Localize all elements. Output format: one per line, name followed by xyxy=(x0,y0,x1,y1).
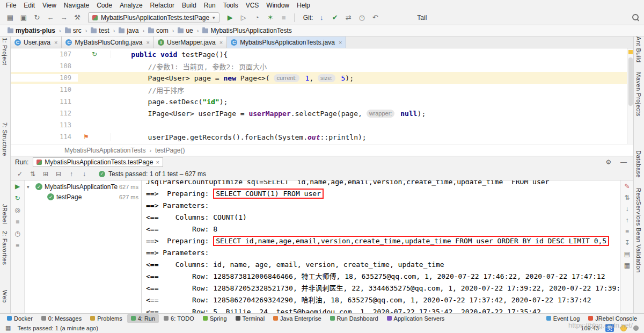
tool-stripe-1-project[interactable]: 1: Project xyxy=(2,38,8,65)
tool-stripe-7-structure[interactable]: 7: Structure xyxy=(2,122,8,156)
breadcrumb-item-mybatis-plus[interactable]: mybatis-plus xyxy=(5,27,57,34)
open-project-icon[interactable]: ▤ xyxy=(4,12,16,24)
run-icon[interactable]: ▶ xyxy=(224,12,236,24)
vcs-compare-icon[interactable]: ⇄ xyxy=(342,12,354,24)
editor-scrollbar[interactable] xyxy=(627,48,633,144)
sort-alphabetically-icon[interactable]: ⇅ xyxy=(27,169,39,179)
menu-item-refactor[interactable]: Refactor xyxy=(147,1,178,10)
close-icon[interactable]: × xyxy=(219,39,223,46)
hide-passed-icon[interactable]: ✓ xyxy=(14,169,26,179)
stop-icon[interactable]: ■ xyxy=(278,12,290,24)
tool-stripe-restservices[interactable]: RestServices xyxy=(635,188,642,226)
tool-stripe-bean-validation[interactable]: Bean Validation xyxy=(635,228,642,273)
caret-position[interactable]: 109:43 xyxy=(581,325,599,331)
menu-item-analyze[interactable]: Analyze xyxy=(116,1,147,10)
use-soft-wraps-icon[interactable]: ≡ xyxy=(625,228,629,235)
scroll-up-icon[interactable]: ↑ xyxy=(626,216,629,224)
menu-item-build[interactable]: Build xyxy=(178,1,200,10)
toggle-auto-test-icon[interactable]: ◎ xyxy=(14,206,20,214)
scroll-down-icon[interactable]: ↓ xyxy=(626,205,629,213)
vcs-update-icon[interactable]: ↓ xyxy=(316,12,327,24)
toolwindow-button-4-run[interactable]: 4: Run xyxy=(127,314,159,323)
breadcrumb-item-test[interactable]: test xyxy=(89,27,111,34)
options-icon[interactable]: ≡ xyxy=(16,242,19,249)
test-tree[interactable]: ▾✓MybatisPlusApplicationTests627 ms✓test… xyxy=(25,180,142,313)
scroll-to-end-icon[interactable]: ↧ xyxy=(624,239,630,247)
save-all-icon[interactable]: ▣ xyxy=(18,12,30,24)
toolwindow-button-event-log[interactable]: Event Log xyxy=(543,314,584,323)
expand-all-icon[interactable]: ⊞ xyxy=(40,169,52,179)
menu-item-view[interactable]: View xyxy=(39,1,60,10)
rerun-failed-tests-icon[interactable]: ↻ xyxy=(14,194,20,202)
editor-tab-user-java[interactable]: CUser.java× xyxy=(11,37,62,48)
vcs-rollback-icon[interactable]: ↶ xyxy=(369,12,381,24)
rerun-tests-icon[interactable]: ▶ xyxy=(15,183,20,190)
profiler-icon[interactable]: ◔ xyxy=(251,12,263,24)
breadcrumb-item-src[interactable]: src xyxy=(63,27,84,34)
close-icon[interactable]: × xyxy=(54,39,57,46)
menu-item-vcs[interactable]: VCS xyxy=(242,1,263,10)
toolwindow-button-docker[interactable]: Docker xyxy=(3,314,36,323)
toolwindow-toggle-icon[interactable]: ▦ xyxy=(5,324,11,331)
test-tree-row[interactable]: ▾✓MybatisPlusApplicationTests627 ms xyxy=(25,182,141,192)
print-icon[interactable]: ▤ xyxy=(624,250,630,258)
toolwindow-button-problems[interactable]: Problems xyxy=(86,314,126,323)
run-config-selector[interactable]: MybatisPlusApplicationTests.testPage▾ xyxy=(88,12,219,23)
test-tree-row[interactable]: ✓testPage627 ms xyxy=(25,192,141,202)
breadcrumb-item-java[interactable]: java xyxy=(116,27,141,34)
gutter-marker-icon[interactable]: ⚑ xyxy=(83,133,89,141)
code-editor[interactable]: 107↻ public void testPage(){108 //参数1: 当… xyxy=(11,48,633,144)
notifications-bell-icon[interactable] xyxy=(633,325,639,331)
menu-item-code[interactable]: Code xyxy=(93,1,116,10)
menu-item-edit[interactable]: Edit xyxy=(20,1,39,10)
test-history-icon[interactable]: ◷ xyxy=(14,230,20,237)
synchronize-icon[interactable]: ↻ xyxy=(31,12,43,24)
tail-field[interactable]: Tail xyxy=(413,13,431,22)
vcs-history-icon[interactable]: ◷ xyxy=(356,12,368,24)
chevron-down-icon[interactable]: ▾ xyxy=(27,184,33,190)
hide-tool-window-icon[interactable]: — xyxy=(618,158,629,166)
breadcrumb-item-mybatisplusapplicationtests[interactable]: MybatisPlusApplicationTests xyxy=(200,27,294,34)
close-icon[interactable]: × xyxy=(339,39,342,46)
menu-item-navigate[interactable]: Navigate xyxy=(60,1,93,10)
toolwindow-button-application-servers[interactable]: Application Servers xyxy=(383,314,449,323)
close-icon[interactable]: × xyxy=(156,159,159,165)
soft-wrap-icon[interactable]: ⇅ xyxy=(624,194,630,201)
editor-tab-mybatisplusconfig-java[interactable]: CMyBatisPlusConfig.java× xyxy=(62,37,154,48)
scrollbar-thumb[interactable] xyxy=(628,57,633,106)
run-tab[interactable]: MybatisPlusApplicationTests.testPage × xyxy=(33,157,163,167)
stop-icon[interactable]: ■ xyxy=(16,218,19,226)
clear-all-icon[interactable]: ▦ xyxy=(624,262,630,269)
debug-icon[interactable]: ✶ xyxy=(265,12,276,24)
clear-console-icon[interactable]: ✎ xyxy=(624,183,630,190)
tool-stripe-ant-build[interactable]: Ant Build xyxy=(635,37,642,63)
settings-gear-icon[interactable]: ⚙ xyxy=(603,158,614,166)
menu-item-tools[interactable]: Tools xyxy=(219,1,242,10)
breadcrumb-item-ue[interactable]: ue xyxy=(175,27,195,34)
tool-stripe-2-favorites[interactable]: 2: Favorites xyxy=(2,231,8,265)
menu-item-window[interactable]: Window xyxy=(262,1,293,10)
breadcrumb-item-com[interactable]: com xyxy=(146,27,171,34)
toolwindow-button-java-enterprise[interactable]: Java Enterprise xyxy=(269,314,325,323)
menu-item-file[interactable]: File xyxy=(2,1,20,10)
build-project-icon[interactable]: ⚒ xyxy=(71,12,83,24)
close-icon[interactable]: × xyxy=(147,39,150,46)
editor-breadcrumb-item[interactable]: testPage() xyxy=(155,147,185,154)
previous-failed-test-icon[interactable]: ↑ xyxy=(65,169,77,179)
toolwindow-button-0-messages[interactable]: 0: Messages xyxy=(38,314,85,323)
tool-stripe-database[interactable]: Database xyxy=(635,150,642,178)
back-icon[interactable]: ← xyxy=(45,12,56,24)
editor-breadcrumb-item[interactable]: MybatisPlusApplicationTests xyxy=(64,147,145,154)
tool-stripe-jrebel[interactable]: JRebel xyxy=(2,204,8,224)
tool-stripe-maven-projects[interactable]: Maven Projects xyxy=(635,72,642,117)
toolwindow-button-run-dashboard[interactable]: Run Dashboard xyxy=(326,314,382,323)
menu-item-help[interactable]: Help xyxy=(293,1,314,10)
next-failed-test-icon[interactable]: ↓ xyxy=(78,169,90,179)
editor-tab-usermapper-java[interactable]: IUserMapper.java× xyxy=(154,37,227,48)
toolwindow-button-6-todo[interactable]: 6: TODO xyxy=(160,314,198,323)
tool-stripe-web[interactable]: Web xyxy=(2,290,8,303)
collapse-all-icon[interactable]: ⊟ xyxy=(53,169,64,179)
toolwindow-button-jrebel-console[interactable]: JRebel Console xyxy=(584,314,641,323)
toolwindow-button-terminal[interactable]: Terminal xyxy=(232,314,269,323)
menu-item-run[interactable]: Run xyxy=(200,1,219,10)
